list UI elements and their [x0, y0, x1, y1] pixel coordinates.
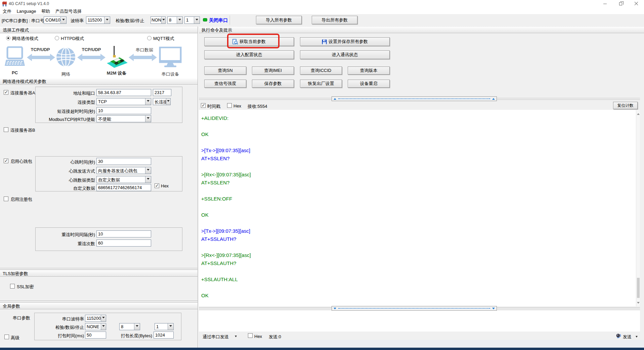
heartbeat-type-value: 自定义数据: [97, 176, 145, 183]
serial-databits-dropdown-icon[interactable]: [134, 323, 140, 330]
bottom-splitter-handle[interactable]: [332, 306, 497, 311]
parity-select[interactable]: NONE: [151, 16, 166, 24]
minimize-button[interactable]: [597, 0, 613, 7]
reconnect-interval-input[interactable]: 10: [96, 230, 151, 237]
server-a-checkbox[interactable]: [4, 90, 8, 95]
enter-config-button[interactable]: 进入配置状态: [204, 50, 294, 59]
timestamp-label: 时间戳: [207, 103, 220, 110]
conn-mode-dropdown-icon[interactable]: [166, 98, 170, 105]
close-port-button[interactable]: 关闭串口: [209, 17, 228, 24]
query-sn-button[interactable]: 查询SN: [204, 67, 246, 75]
menu-file[interactable]: 文件: [1, 7, 13, 14]
baud-dropdown-icon[interactable]: [104, 17, 110, 24]
stopbits-dropdown-icon[interactable]: [194, 17, 200, 24]
reboot-button[interactable]: 设备重启: [348, 80, 390, 88]
send-dropdown-icon[interactable]: [636, 336, 638, 339]
short-timeout-input[interactable]: 10: [96, 107, 151, 114]
serial-databits-select[interactable]: 8: [119, 323, 140, 330]
enter-comm-button[interactable]: 进入通讯状态: [300, 50, 390, 59]
timestamp-checkbox[interactable]: [201, 103, 206, 108]
com-port-select[interactable]: COM10: [44, 16, 67, 24]
query-signal-button[interactable]: 查信号强度: [204, 80, 246, 88]
conn-mode-select[interactable]: 长连接: [153, 98, 171, 105]
heartbeat-mode-select[interactable]: 向服务器发送心跳包: [96, 167, 151, 174]
modbus-dropdown-icon[interactable]: [145, 116, 151, 122]
serial-baud-dropdown-icon[interactable]: [101, 315, 106, 321]
log-line: [201, 219, 636, 227]
register-checkbox[interactable]: [4, 196, 8, 201]
conn-type-select[interactable]: TCP: [96, 98, 151, 105]
top-splitter-handle[interactable]: [332, 96, 497, 101]
query-imei-button[interactable]: 查询IMEI: [252, 67, 294, 75]
radio-mqtt-mode[interactable]: [147, 36, 152, 40]
ssl-checkbox[interactable]: [10, 284, 15, 289]
parity-label: 检验/数据/停止: [116, 18, 144, 24]
databits-select[interactable]: 8: [167, 16, 183, 24]
serial-device-label: 串口设备: [160, 71, 180, 77]
heartbeat-time-input[interactable]: 30: [96, 158, 151, 165]
restore-button[interactable]: [613, 0, 628, 7]
serial-parity-dropdown-icon[interactable]: [101, 323, 106, 330]
custom-data-input[interactable]: 686561727462656174: [96, 184, 151, 191]
ssl-label: SSL加密: [17, 284, 34, 290]
log-hex-checkbox[interactable]: [227, 103, 232, 108]
heartbeat-type-dropdown-icon[interactable]: [145, 176, 151, 183]
close-button[interactable]: [629, 0, 644, 7]
menu-help[interactable]: 帮助: [39, 7, 52, 14]
scrollbar-down-icon[interactable]: [637, 302, 640, 305]
save-params-button[interactable]: 保存参数: [252, 80, 294, 88]
heartbeat-type-select[interactable]: 自定义数据: [96, 176, 151, 183]
query-iccid-button[interactable]: 查询ICCID: [300, 67, 342, 75]
query-version-button[interactable]: 查询版本: [348, 67, 390, 75]
log-line: [201, 243, 636, 251]
arrow-icon-3: [129, 53, 157, 61]
send-via-dropdown-icon[interactable]: [235, 336, 237, 338]
advanced-checkbox[interactable]: [4, 335, 9, 339]
server-b-label: 连接服务器B: [10, 127, 35, 133]
modbus-select[interactable]: 不使能: [96, 115, 151, 122]
log-textarea[interactable]: +ALIDEVID: OK >[Tx->][09:07:35][asc]AT+S…: [199, 110, 636, 306]
factory-reset-button[interactable]: 恢复出厂设置: [300, 80, 342, 88]
com-port-dropdown-icon[interactable]: [60, 17, 66, 24]
recv-count: 接收:5554: [248, 103, 267, 110]
heartbeat-hex-checkbox[interactable]: [155, 183, 159, 188]
advanced-label: 高级: [11, 335, 19, 341]
server-a-port-input[interactable]: 2317: [153, 89, 171, 96]
pc-serial-label: [PC串口参数] : 串口号: [2, 18, 44, 24]
set-save-params-label: 设置并保存所有参数: [329, 39, 368, 45]
import-params-button[interactable]: 导入所有参数: [256, 16, 302, 24]
radio-httpd-mode[interactable]: [55, 36, 59, 40]
scrollbar-thumb[interactable]: [637, 278, 640, 298]
menu-product-model[interactable]: 产品型号选择: [53, 7, 84, 14]
databits-dropdown-icon[interactable]: [177, 17, 182, 24]
server-a-addr-input[interactable]: 58.34.63.87: [96, 89, 151, 96]
params-section-title: 网络透传模式相关参数: [3, 79, 46, 85]
serial-stopbits-select[interactable]: 1: [155, 323, 174, 330]
set-save-params-button[interactable]: 设置并保存所有参数: [300, 37, 390, 46]
conn-type-dropdown-icon[interactable]: [145, 98, 151, 105]
send-textarea[interactable]: [199, 311, 640, 332]
serial-baud-select[interactable]: 115200: [85, 315, 106, 322]
serial-stopbits-dropdown-icon[interactable]: [168, 323, 173, 330]
conn-type-label: 连接类型: [37, 99, 95, 105]
server-b-checkbox[interactable]: [4, 127, 8, 132]
send-button[interactable]: 发送: [623, 334, 632, 340]
menu-language[interactable]: Language: [15, 8, 38, 14]
log-scrollbar[interactable]: [636, 110, 640, 306]
baud-select[interactable]: 115200: [86, 16, 110, 24]
stopbits-select[interactable]: 1: [184, 16, 200, 24]
packlen-input[interactable]: 1024: [154, 332, 174, 339]
heartbeat-checkbox[interactable]: [4, 159, 8, 163]
radio-transparent-mode[interactable]: [6, 36, 10, 40]
send-via-dropdown[interactable]: 通过串口发送: [203, 334, 229, 340]
send-hex-checkbox[interactable]: [248, 333, 253, 338]
heartbeat-hex-label: Hex: [161, 183, 169, 188]
heartbeat-mode-dropdown-icon[interactable]: [145, 167, 151, 174]
parity-dropdown-icon[interactable]: [161, 17, 165, 24]
reconnect-count-input[interactable]: 60: [96, 239, 151, 247]
serial-parity-select[interactable]: NONE: [85, 323, 106, 330]
scrollbar-up-icon[interactable]: [637, 112, 640, 115]
packtime-input[interactable]: 50: [85, 332, 106, 339]
reset-count-button[interactable]: 复位计数: [613, 102, 638, 109]
export-params-button[interactable]: 导出所有参数: [312, 16, 357, 24]
